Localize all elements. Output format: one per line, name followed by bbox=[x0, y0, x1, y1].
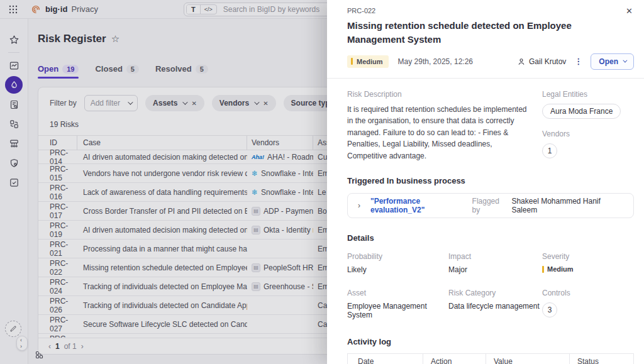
bigid-logo-icon bbox=[30, 4, 42, 15]
filter-chip-assets[interactable]: Assets✕ bbox=[145, 95, 204, 111]
risk-id: PRC-024 bbox=[38, 278, 77, 295]
business-process-icon[interactable] bbox=[5, 135, 23, 152]
risk-case: AI driven automated decision making dete… bbox=[77, 226, 247, 234]
legal-entity-chip[interactable]: Aura Moda France bbox=[542, 104, 621, 119]
remove-filter-icon[interactable]: ✕ bbox=[191, 100, 196, 107]
activity-log-table: Date Action Value Status May 29th, 2025,… bbox=[347, 353, 634, 364]
vendor-doc-icon: ▤ bbox=[252, 263, 260, 272]
tab-resolved[interactable]: Resolved5 bbox=[155, 64, 208, 79]
tab-open[interactable]: Open19 bbox=[38, 64, 79, 79]
risk-id: PRC-021 bbox=[38, 240, 77, 258]
severity-bar-icon bbox=[542, 266, 544, 273]
favorites-star-icon[interactable] bbox=[5, 31, 23, 48]
vendor-doc-icon: ▤ bbox=[252, 282, 260, 291]
remove-filter-icon[interactable]: ✕ bbox=[263, 100, 268, 107]
vendors-count-badge[interactable]: 1 bbox=[542, 143, 557, 158]
brand-name: big·id bbox=[45, 4, 67, 14]
page-next-icon[interactable]: › bbox=[81, 342, 84, 351]
chevron-down-icon bbox=[623, 58, 627, 63]
details-grid: Probability Likely Impact Major Severity… bbox=[347, 252, 634, 319]
risk-title: Missing retention schedule detected on E… bbox=[347, 19, 618, 47]
sidebar-divider bbox=[8, 52, 19, 53]
risk-description-label: Risk Description bbox=[347, 90, 533, 99]
policies-icon[interactable] bbox=[5, 154, 23, 172]
risk-id: PRC-022 bbox=[38, 259, 77, 277]
search-placeholder: Search in BigID by keywords bbox=[223, 5, 319, 14]
risk-case: Secure Software Lifecycle SLC detected o… bbox=[77, 320, 247, 329]
activity-header-row: Date Action Value Status bbox=[348, 354, 633, 364]
risk-id: PRC-019 bbox=[38, 221, 77, 239]
business-process-card[interactable]: › "Performance evaluation_V2" Flagged by… bbox=[347, 193, 634, 218]
risk-case: Tracking of individuals detected on Cand… bbox=[77, 301, 247, 310]
add-filter-input[interactable]: Add filter bbox=[84, 95, 138, 111]
risk-vendor: ▤PeopleSoft HRMS bbox=[247, 263, 313, 272]
risk-date: May 29th, 2025, 12:26 bbox=[398, 57, 473, 66]
risk-vendor: ▤Okta - Identity man bbox=[247, 226, 313, 234]
vendor-doc-icon: ▤ bbox=[252, 226, 260, 234]
risk-case: AI driven automated decision making dete… bbox=[77, 153, 247, 162]
tab-open-count: 19 bbox=[62, 65, 79, 74]
risk-id: PRC-027 bbox=[38, 316, 77, 333]
detail-controls: Controls 3 bbox=[542, 289, 634, 319]
data-inventory-icon[interactable] bbox=[5, 96, 23, 113]
business-process-link[interactable]: "Performance evaluation_V2" bbox=[370, 197, 472, 214]
risk-id-label: PRC-022 bbox=[347, 7, 634, 14]
risk-id: PRC-014 bbox=[38, 148, 77, 166]
person-icon bbox=[517, 57, 526, 66]
risk-vendor: Aha!AHA! - Roadmap so bbox=[247, 153, 313, 162]
legal-entities-label: Legal Entities bbox=[542, 90, 634, 99]
risk-vendor: ❄Snowflake - Interop bbox=[247, 169, 313, 178]
flagged-by-label: Flagged by bbox=[472, 197, 508, 214]
tasks-icon[interactable] bbox=[5, 174, 23, 191]
chevron-down-icon[interactable] bbox=[254, 99, 259, 104]
brand[interactable]: big·id Privacy bbox=[30, 4, 98, 15]
header-case[interactable]: Case bbox=[77, 136, 247, 150]
risk-case: Vendors have not undergone vendor risk r… bbox=[77, 169, 247, 178]
annotate-pencil-icon[interactable] bbox=[5, 321, 21, 337]
status-dropdown-button[interactable]: Open bbox=[591, 53, 634, 70]
risk-id: PRC-016 bbox=[38, 184, 77, 201]
filter-by-label: Filter by bbox=[50, 99, 77, 108]
chevron-down-icon[interactable] bbox=[183, 99, 188, 104]
activity-header-date: Date bbox=[348, 354, 423, 364]
page-prev-icon[interactable]: ‹ bbox=[48, 342, 51, 351]
close-icon[interactable]: ✕ bbox=[626, 6, 633, 16]
detail-asset: Asset Employee Management System bbox=[347, 289, 448, 319]
header-vendors[interactable]: Vendors bbox=[247, 136, 313, 150]
controls-count-badge[interactable]: 3 bbox=[542, 302, 557, 317]
expand-arrow-icon[interactable]: › bbox=[358, 201, 360, 210]
app-launcher-icon[interactable] bbox=[9, 5, 18, 14]
activity-header-status: Status bbox=[570, 354, 633, 364]
risk-detail-panel: PRC-022 ✕ Missing retention schedule det… bbox=[327, 0, 644, 364]
risk-register-icon[interactable] bbox=[5, 76, 23, 94]
chevron-down-icon bbox=[128, 99, 133, 104]
favorite-star-icon[interactable]: ☆ bbox=[111, 33, 119, 45]
activity-header-action: Action bbox=[423, 354, 486, 364]
risk-description-text: It is required that retention schedules … bbox=[347, 104, 533, 162]
left-sidebar: ‹ › bbox=[0, 19, 28, 364]
flagged-by-name: Shakeel Mohammed Hanif Saleem bbox=[511, 197, 623, 214]
details-heading: Details bbox=[347, 233, 634, 243]
risk-case: Lack of awareness of data handling requi… bbox=[77, 188, 247, 197]
page-of-label: of 1 bbox=[64, 342, 77, 351]
detail-probability: Probability Likely bbox=[347, 252, 448, 274]
search-mode-toggle[interactable]: T </> bbox=[186, 4, 217, 14]
vendors-label: Vendors bbox=[542, 130, 634, 138]
risk-vendor: ❄Snowflake - Interop bbox=[247, 188, 313, 197]
dashboard-icon[interactable] bbox=[5, 57, 23, 74]
data-mapping-icon[interactable] bbox=[5, 115, 23, 133]
risk-case: Missing retention schedule detected on E… bbox=[77, 263, 247, 272]
assignee[interactable]: Gail Krutov bbox=[517, 57, 566, 66]
snowflake-vendor-icon: ❄ bbox=[252, 188, 258, 197]
risk-meta-row: Medium May 29th, 2025, 12:26 Gail Krutov… bbox=[347, 53, 634, 78]
panel-header: PRC-022 ✕ Missing retention schedule det… bbox=[327, 0, 644, 78]
risk-case: Cross Border Transfer of PI and PII dete… bbox=[77, 207, 247, 216]
sidebar-collapse-handle[interactable]: ‹ › bbox=[16, 336, 28, 351]
filter-chip-vendors[interactable]: Vendors✕ bbox=[212, 95, 276, 111]
tab-closed[interactable]: Closed5 bbox=[95, 64, 138, 79]
kebab-menu-icon[interactable]: ⋮ bbox=[574, 57, 582, 66]
text-mode-toggle[interactable]: T bbox=[187, 5, 201, 14]
severity-bar-icon bbox=[351, 58, 353, 65]
vendor-doc-icon: ▤ bbox=[252, 207, 260, 216]
query-mode-toggle[interactable]: </> bbox=[201, 5, 216, 14]
